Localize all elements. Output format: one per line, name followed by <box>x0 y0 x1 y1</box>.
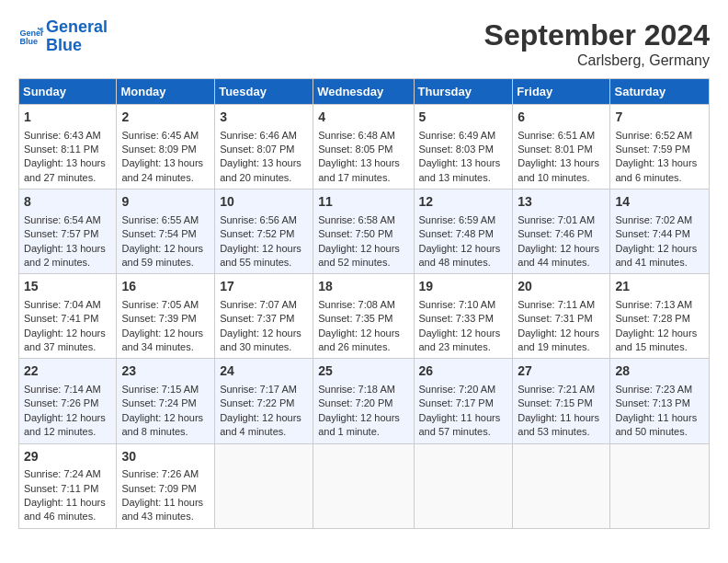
day-info: Sunrise: 7:01 AM <box>518 213 605 227</box>
calendar-cell: 7Sunrise: 6:52 AMSunset: 7:59 PMDaylight… <box>610 105 710 190</box>
day-number: 22 <box>24 362 111 381</box>
calendar-cell: 22Sunrise: 7:14 AMSunset: 7:26 PMDayligh… <box>19 359 117 443</box>
calendar-cell: 10Sunrise: 6:56 AMSunset: 7:52 PMDayligh… <box>215 190 313 274</box>
calendar-cell: 28Sunrise: 7:23 AMSunset: 7:13 PMDayligh… <box>610 359 710 443</box>
day-info: Daylight: 11 hours <box>24 496 111 510</box>
day-number: 17 <box>220 278 308 296</box>
location: Carlsberg, Germany <box>484 52 710 69</box>
day-info: Daylight: 13 hours <box>220 156 308 170</box>
day-info: Sunset: 7:15 PM <box>518 396 605 410</box>
day-number: 25 <box>318 362 408 381</box>
day-info: Sunrise: 7:17 AM <box>220 383 308 396</box>
day-info: Sunrise: 6:46 AM <box>220 129 308 143</box>
day-info: Sunrise: 7:13 AM <box>615 298 704 312</box>
day-info: Sunset: 7:20 PM <box>318 396 408 410</box>
day-info: Sunrise: 6:43 AM <box>24 129 111 143</box>
day-info: Daylight: 12 hours <box>518 242 605 256</box>
calendar-week-2: 15Sunrise: 7:04 AMSunset: 7:41 PMDayligh… <box>19 274 710 359</box>
day-info: and 19 minutes. <box>518 340 605 354</box>
day-info: Daylight: 12 hours <box>318 411 408 425</box>
day-info: Daylight: 13 hours <box>419 156 508 170</box>
logo-text: General Blue <box>46 18 108 55</box>
day-number: 27 <box>518 362 605 381</box>
day-number: 26 <box>419 362 508 381</box>
day-info: and 50 minutes. <box>615 425 704 439</box>
calendar-cell: 4Sunrise: 6:48 AMSunset: 8:05 PMDaylight… <box>313 105 414 190</box>
day-info: Daylight: 12 hours <box>220 242 308 256</box>
day-info: Sunrise: 6:49 AM <box>419 129 508 143</box>
day-info: Sunrise: 7:18 AM <box>318 383 408 396</box>
calendar-cell: 2Sunrise: 6:45 AMSunset: 8:09 PMDaylight… <box>117 105 215 190</box>
day-number: 4 <box>318 109 408 127</box>
day-info: Daylight: 13 hours <box>615 156 704 170</box>
day-info: and 15 minutes. <box>615 340 704 354</box>
day-info: Sunrise: 7:04 AM <box>24 298 111 312</box>
day-info: Daylight: 11 hours <box>518 411 605 425</box>
day-info: Sunset: 7:50 PM <box>318 227 408 241</box>
day-info: Daylight: 12 hours <box>318 242 408 256</box>
day-number: 11 <box>318 193 408 212</box>
day-info: and 17 minutes. <box>318 171 408 185</box>
day-info: Sunrise: 7:10 AM <box>419 298 508 312</box>
calendar-cell <box>414 443 513 528</box>
header-cell-saturday: Saturday <box>610 79 710 105</box>
day-info: and 27 minutes. <box>24 171 111 185</box>
day-info: and 34 minutes. <box>121 340 210 354</box>
calendar-week-3: 22Sunrise: 7:14 AMSunset: 7:26 PMDayligh… <box>19 359 710 443</box>
day-info: Sunset: 7:48 PM <box>419 227 508 241</box>
day-info: Daylight: 12 hours <box>24 411 111 425</box>
header-cell-thursday: Thursday <box>414 79 513 105</box>
header-cell-friday: Friday <box>513 79 610 105</box>
day-info: Daylight: 12 hours <box>24 327 111 340</box>
calendar-cell: 18Sunrise: 7:08 AMSunset: 7:35 PMDayligh… <box>313 274 414 359</box>
day-info: Daylight: 13 hours <box>24 156 111 170</box>
day-info: Sunset: 7:54 PM <box>121 227 210 241</box>
day-info: Sunrise: 7:23 AM <box>615 383 704 396</box>
day-info: Sunset: 8:01 PM <box>518 143 605 156</box>
day-info: Daylight: 12 hours <box>220 327 308 340</box>
day-info: and 43 minutes. <box>121 510 210 523</box>
calendar-cell: 9Sunrise: 6:55 AMSunset: 7:54 PMDaylight… <box>117 190 215 274</box>
day-number: 21 <box>615 278 704 296</box>
day-number: 19 <box>419 278 508 296</box>
month-title: September 2024 <box>484 18 710 52</box>
day-info: Sunset: 7:46 PM <box>518 227 605 241</box>
day-info: Sunrise: 7:14 AM <box>24 383 111 396</box>
day-info: Sunrise: 7:02 AM <box>615 213 704 227</box>
day-info: and 6 minutes. <box>615 171 704 185</box>
calendar-cell: 8Sunrise: 6:54 AMSunset: 7:57 PMDaylight… <box>19 190 117 274</box>
logo: General Blue General Blue <box>18 18 108 55</box>
day-info: Sunrise: 7:21 AM <box>518 383 605 396</box>
header-row: SundayMondayTuesdayWednesdayThursdayFrid… <box>19 79 710 105</box>
day-info: and 41 minutes. <box>615 256 704 270</box>
calendar-cell: 5Sunrise: 6:49 AMSunset: 8:03 PMDaylight… <box>414 105 513 190</box>
day-info: Daylight: 13 hours <box>121 156 210 170</box>
day-number: 9 <box>121 193 210 212</box>
day-number: 20 <box>518 278 605 296</box>
day-info: Sunset: 7:37 PM <box>220 312 308 326</box>
day-info: Sunrise: 7:20 AM <box>419 383 508 396</box>
day-info: and 53 minutes. <box>518 425 605 439</box>
calendar-cell: 16Sunrise: 7:05 AMSunset: 7:39 PMDayligh… <box>117 274 215 359</box>
calendar-cell: 25Sunrise: 7:18 AMSunset: 7:20 PMDayligh… <box>313 359 414 443</box>
calendar-week-1: 8Sunrise: 6:54 AMSunset: 7:57 PMDaylight… <box>19 190 710 274</box>
calendar-header: SundayMondayTuesdayWednesdayThursdayFrid… <box>19 79 710 105</box>
day-info: Daylight: 11 hours <box>121 496 210 510</box>
day-number: 14 <box>615 193 704 212</box>
day-number: 16 <box>121 278 210 296</box>
day-number: 29 <box>24 448 111 466</box>
day-info: Daylight: 12 hours <box>419 327 508 340</box>
day-info: Sunrise: 6:48 AM <box>318 129 408 143</box>
day-number: 8 <box>24 193 111 212</box>
calendar-cell: 20Sunrise: 7:11 AMSunset: 7:31 PMDayligh… <box>513 274 610 359</box>
header-cell-monday: Monday <box>117 79 215 105</box>
day-info: and 2 minutes. <box>24 256 111 270</box>
svg-text:Blue: Blue <box>19 37 38 46</box>
day-number: 10 <box>220 193 308 212</box>
day-info: and 46 minutes. <box>24 510 111 523</box>
day-info: Sunset: 8:05 PM <box>318 143 408 156</box>
day-info: Daylight: 12 hours <box>615 242 704 256</box>
day-info: Sunrise: 7:24 AM <box>24 467 111 481</box>
day-info: Sunrise: 6:55 AM <box>121 213 210 227</box>
day-number: 18 <box>318 278 408 296</box>
